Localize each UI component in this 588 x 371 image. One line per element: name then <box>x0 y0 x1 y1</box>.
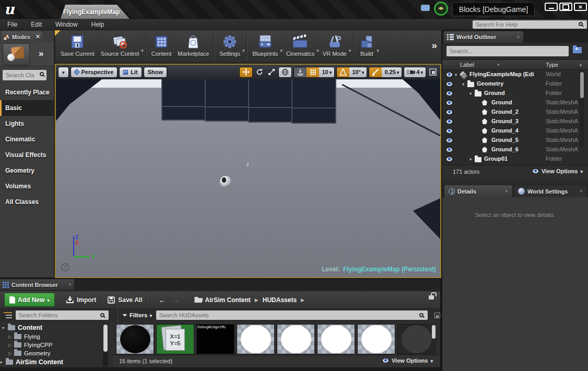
tree-item-flyingcpp[interactable]: FlyingCPP <box>8 341 52 349</box>
outliner-search-input[interactable] <box>446 46 569 56</box>
rotation-snap-value[interactable]: 10° <box>349 67 367 77</box>
visibility-eye-icon[interactable] <box>446 110 453 115</box>
sources-panel-toggle-icon[interactable] <box>4 312 12 318</box>
tree-item-content[interactable]: Content <box>2 324 42 332</box>
scale-snap-button[interactable] <box>369 67 382 77</box>
perspective-button[interactable]: Perspective <box>70 67 118 78</box>
show-button[interactable]: Show <box>144 67 167 78</box>
breadcrumb-arrow-icon[interactable] <box>255 297 258 303</box>
close-icon[interactable] <box>516 35 520 40</box>
level-indicator[interactable]: Level:FlyingExampleMap (Persistent) <box>322 266 436 273</box>
close-icon[interactable] <box>579 189 583 194</box>
rotation-snap-button[interactable] <box>337 67 349 77</box>
back-arrow-icon[interactable]: ← <box>158 295 166 304</box>
outliner-row[interactable]: Ground_6StaticMeshA <box>442 145 582 154</box>
minimize-button[interactable] <box>545 3 558 11</box>
menu-window[interactable]: Window <box>55 21 78 28</box>
menu-file[interactable]: File <box>7 21 17 28</box>
chevron-down-icon[interactable] <box>579 63 582 68</box>
surface-snap-button[interactable] <box>294 67 307 77</box>
asset-white-sphere[interactable] <box>357 324 395 354</box>
outliner-scrollbar[interactable] <box>580 71 584 147</box>
asset-search-input[interactable] <box>156 310 428 320</box>
outliner-row[interactable]: GroundFolder <box>442 89 582 98</box>
mode-item-cinematic[interactable]: Cinematic <box>0 131 54 147</box>
mode-item-geometry[interactable]: Geometry <box>0 163 54 178</box>
expander-icon[interactable] <box>469 157 472 162</box>
maximize-button[interactable] <box>559 3 572 11</box>
column-type[interactable]: Type <box>546 62 558 68</box>
tab-content-browser[interactable]: Content Browser <box>0 279 74 290</box>
breadcrumb-hudassets[interactable]: HUDAssets <box>263 296 297 304</box>
outliner-row[interactable]: Ground_2StaticMeshA <box>442 107 582 117</box>
tutorial-icon[interactable] <box>434 2 448 16</box>
mode-item-visual-effects[interactable]: Visual Effects <box>0 147 54 163</box>
maximize-viewport-button[interactable] <box>428 68 438 76</box>
asset-scrollbar[interactable] <box>431 324 436 354</box>
new-folder-icon[interactable] <box>573 47 582 53</box>
mode-item-all-classes[interactable]: All Classes <box>0 194 54 210</box>
level-tab[interactable]: FlyingExampleMap <box>61 5 130 19</box>
content-button[interactable]: Content <box>148 31 175 57</box>
tab-modes[interactable]: Modes <box>2 31 42 42</box>
help-search-input[interactable] <box>473 20 587 29</box>
tree-item-geometry[interactable]: Geometry <box>8 349 51 357</box>
place-mode-button[interactable] <box>3 43 30 65</box>
mode-item-basic[interactable]: Basic <box>0 100 54 116</box>
visibility-eye-icon[interactable] <box>446 157 453 162</box>
outliner-row[interactable]: FlyingExampleMap (EdiWorld <box>442 70 582 79</box>
outliner-row[interactable]: Group01Folder <box>442 154 582 164</box>
tab-world-settings[interactable]: World Settings <box>514 185 587 197</box>
asset-white-sphere[interactable] <box>317 324 355 354</box>
tree-scrollbar[interactable] <box>103 324 108 367</box>
scale-snap-value[interactable]: 0.25 <box>382 67 402 77</box>
tab-details[interactable]: Details <box>444 185 512 197</box>
expander-icon[interactable] <box>8 351 14 356</box>
lit-mode-button[interactable]: Lit <box>119 67 142 78</box>
visibility-eye-icon[interactable] <box>446 72 453 77</box>
asset-debug-widget[interactable]: DebugWidgetMc <box>196 324 234 354</box>
viewport-scene[interactable]: Z X Y ? <box>56 79 440 277</box>
outliner-row[interactable]: Ground_5StaticMeshA <box>442 136 582 145</box>
save-all-button[interactable]: Save All <box>108 296 142 304</box>
scrollbar-thumb[interactable] <box>103 325 108 352</box>
visibility-eye-icon[interactable] <box>446 100 453 105</box>
tab-world-outliner[interactable]: World Outliner <box>444 31 523 43</box>
visibility-eye-icon[interactable] <box>446 128 453 134</box>
settings-button[interactable]: Settings <box>216 31 243 57</box>
outliner-row[interactable]: GeometryFolder <box>442 79 582 89</box>
mode-item-recently-placed[interactable]: Recently Place <box>0 85 54 100</box>
expander-icon[interactable] <box>2 326 8 330</box>
expander-icon[interactable] <box>0 360 6 365</box>
outliner-view-options-button[interactable]: View Options <box>532 168 583 174</box>
world-local-toggle[interactable] <box>279 67 291 77</box>
mode-item-volumes[interactable]: Volumes <box>0 178 54 194</box>
build-button[interactable]: Build <box>356 31 378 57</box>
add-new-button[interactable]: Add New <box>4 293 55 307</box>
source-control-button[interactable]: Source Control <box>98 31 142 57</box>
block-wall[interactable] <box>162 79 336 123</box>
expander-icon[interactable] <box>455 73 457 77</box>
vr-mode-button[interactable]: VR Mode <box>320 31 350 57</box>
translate-tool-button[interactable] <box>240 67 252 77</box>
import-button[interactable]: Import <box>66 296 96 304</box>
feedback-bubble-icon[interactable] <box>421 5 430 11</box>
grid-snap-value[interactable]: 10 <box>319 67 334 77</box>
folder-search-input[interactable] <box>16 310 109 320</box>
forward-arrow-icon[interactable]: → <box>171 295 179 304</box>
viewport-options-button[interactable] <box>58 67 69 78</box>
lock-icon[interactable] <box>429 295 434 300</box>
asset-dark-sphere[interactable] <box>397 324 436 354</box>
expander-icon[interactable] <box>8 343 14 348</box>
grid-snap-button[interactable] <box>307 67 319 77</box>
blueprints-button[interactable]: Blueprints <box>249 31 281 57</box>
visibility-eye-icon[interactable] <box>446 147 453 152</box>
camera-speed-button[interactable]: 4 <box>404 67 426 77</box>
menu-help[interactable]: Help <box>91 21 104 28</box>
scrollbar-thumb[interactable] <box>580 72 584 98</box>
mode-item-lights[interactable]: Lights <box>0 116 54 131</box>
asset-black-sphere[interactable] <box>116 324 154 354</box>
modes-expand-chevron-icon[interactable]: » <box>39 49 43 59</box>
breadcrumb-arrow-icon[interactable] <box>301 297 304 303</box>
toolbar-overflow-chevron-icon[interactable]: » <box>431 40 440 51</box>
